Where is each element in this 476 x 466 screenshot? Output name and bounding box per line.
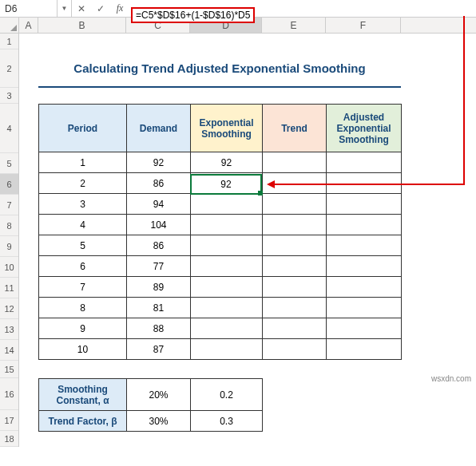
- table-row: 4104: [39, 215, 402, 235]
- formula-text: =C5*$D$16+(1-$D$16)*D5: [131, 7, 255, 23]
- row-header-12[interactable]: 12: [0, 298, 18, 319]
- param-pct-alpha[interactable]: 20%: [127, 379, 191, 411]
- cell-period-2[interactable]: 2: [39, 173, 127, 194]
- cell-adj-1[interactable]: [327, 152, 402, 173]
- header-demand[interactable]: Demand: [127, 105, 191, 152]
- param-label-alpha[interactable]: Smoothing Constant, α: [39, 379, 127, 411]
- cell-trend-7[interactable]: [263, 277, 327, 298]
- cell-demand-9[interactable]: 88: [127, 318, 191, 339]
- table-row: 988: [39, 318, 402, 339]
- row-header-1[interactable]: 1: [0, 34, 18, 49]
- cell-trend-10[interactable]: [263, 339, 327, 360]
- cancel-formula-button[interactable]: ✕: [72, 0, 91, 17]
- cell-demand-3[interactable]: 94: [127, 194, 191, 215]
- cell-adj-3[interactable]: [327, 194, 402, 215]
- cell-exp-10[interactable]: [191, 339, 263, 360]
- callout-arrow-vertical: [463, 16, 465, 185]
- header-exp[interactable]: Exponential Smoothing: [191, 105, 263, 152]
- spreadsheet-grid[interactable]: Calculating Trend Adjusted Exponential S…: [19, 34, 476, 447]
- cell-period-9[interactable]: 9: [39, 318, 127, 339]
- fx-button[interactable]: fx: [110, 0, 129, 17]
- cell-period-5[interactable]: 5: [39, 235, 127, 256]
- row-header-17[interactable]: 17: [0, 410, 18, 431]
- fill-handle[interactable]: [258, 191, 263, 195]
- cell-demand-6[interactable]: 77: [127, 256, 191, 277]
- row-header-5[interactable]: 5: [0, 153, 18, 174]
- header-adj[interactable]: Adjusted Exponential Smoothing: [327, 105, 402, 152]
- cell-trend-6[interactable]: [263, 256, 327, 277]
- table-row: 881: [39, 298, 402, 318]
- cell-exp-4[interactable]: [191, 215, 263, 235]
- row-header-18[interactable]: 18: [0, 431, 18, 447]
- cell-period-4[interactable]: 4: [39, 215, 127, 235]
- active-cell-D6[interactable]: 92: [190, 174, 262, 195]
- cell-adj-6[interactable]: [327, 256, 402, 277]
- cell-exp-5[interactable]: [191, 235, 263, 256]
- row-header-9[interactable]: 9: [0, 236, 18, 257]
- row-header-14[interactable]: 14: [0, 340, 18, 361]
- col-header-F[interactable]: F: [326, 18, 401, 33]
- header-trend[interactable]: Trend: [263, 105, 327, 152]
- param-val-beta[interactable]: 0.3: [191, 411, 263, 432]
- col-header-E[interactable]: E: [262, 18, 326, 33]
- table-row: 394: [39, 194, 402, 215]
- sheet-title: Calculating Trend Adjusted Exponential S…: [38, 49, 401, 88]
- row-header-16[interactable]: 16: [0, 378, 18, 410]
- cell-exp-7[interactable]: [191, 277, 263, 298]
- param-label-beta[interactable]: Trend Factor, β: [39, 411, 127, 432]
- cell-demand-8[interactable]: 81: [127, 298, 191, 318]
- select-all-cell[interactable]: [0, 18, 19, 33]
- row-header-10[interactable]: 10: [0, 257, 18, 278]
- cell-adj-8[interactable]: [327, 298, 402, 318]
- cell-demand-2[interactable]: 86: [127, 173, 191, 194]
- cell-period-1[interactable]: 1: [39, 152, 127, 173]
- table-row: 677: [39, 256, 402, 277]
- col-header-B[interactable]: B: [38, 18, 126, 33]
- param-val-alpha[interactable]: 0.2: [191, 379, 263, 411]
- cell-adj-5[interactable]: [327, 235, 402, 256]
- cell-demand-5[interactable]: 86: [127, 235, 191, 256]
- cell-adj-7[interactable]: [327, 277, 402, 298]
- header-period[interactable]: Period: [39, 105, 127, 152]
- cell-period-7[interactable]: 7: [39, 277, 127, 298]
- enter-formula-button[interactable]: ✓: [91, 0, 110, 17]
- cell-trend-1[interactable]: [263, 152, 327, 173]
- row-header-13[interactable]: 13: [0, 319, 18, 340]
- row-header-4[interactable]: 4: [0, 104, 18, 153]
- name-box-dropdown[interactable]: ▼: [58, 0, 72, 17]
- cell-period-8[interactable]: 8: [39, 298, 127, 318]
- row-header-6[interactable]: 6: [0, 174, 18, 195]
- name-box[interactable]: D6: [0, 0, 58, 17]
- cell-adj-4[interactable]: [327, 215, 402, 235]
- cell-exp-9[interactable]: [191, 318, 263, 339]
- cell-demand-1[interactable]: 92: [127, 152, 191, 173]
- cell-demand-7[interactable]: 89: [127, 277, 191, 298]
- cell-trend-9[interactable]: [263, 318, 327, 339]
- table-row: 19292: [39, 152, 402, 173]
- cell-trend-5[interactable]: [263, 235, 327, 256]
- cell-adj-9[interactable]: [327, 318, 402, 339]
- cell-period-10[interactable]: 10: [39, 339, 127, 360]
- row-header-8[interactable]: 8: [0, 215, 18, 236]
- active-cell-value: 92: [220, 179, 231, 190]
- cell-adj-10[interactable]: [327, 339, 402, 360]
- cell-demand-10[interactable]: 87: [127, 339, 191, 360]
- row-header-11[interactable]: 11: [0, 278, 18, 298]
- cell-period-6[interactable]: 6: [39, 256, 127, 277]
- col-header-A[interactable]: A: [19, 18, 38, 33]
- cell-exp-1[interactable]: 92: [191, 152, 263, 173]
- cell-demand-4[interactable]: 104: [127, 215, 191, 235]
- cell-trend-8[interactable]: [263, 298, 327, 318]
- cell-period-3[interactable]: 3: [39, 194, 127, 215]
- cell-trend-3[interactable]: [263, 194, 327, 215]
- cell-exp-6[interactable]: [191, 256, 263, 277]
- row-headers: 1 2 3 4 5 6 7 8 9 10 11 12 13 14 15 16 1…: [0, 34, 19, 447]
- cell-exp-8[interactable]: [191, 298, 263, 318]
- cell-trend-4[interactable]: [263, 215, 327, 235]
- row-header-7[interactable]: 7: [0, 195, 18, 215]
- row-header-15[interactable]: 15: [0, 361, 18, 378]
- row-header-2[interactable]: 2: [0, 49, 18, 88]
- row-header-3[interactable]: 3: [0, 88, 18, 104]
- cell-exp-3[interactable]: [191, 194, 263, 215]
- param-pct-beta[interactable]: 30%: [127, 411, 191, 432]
